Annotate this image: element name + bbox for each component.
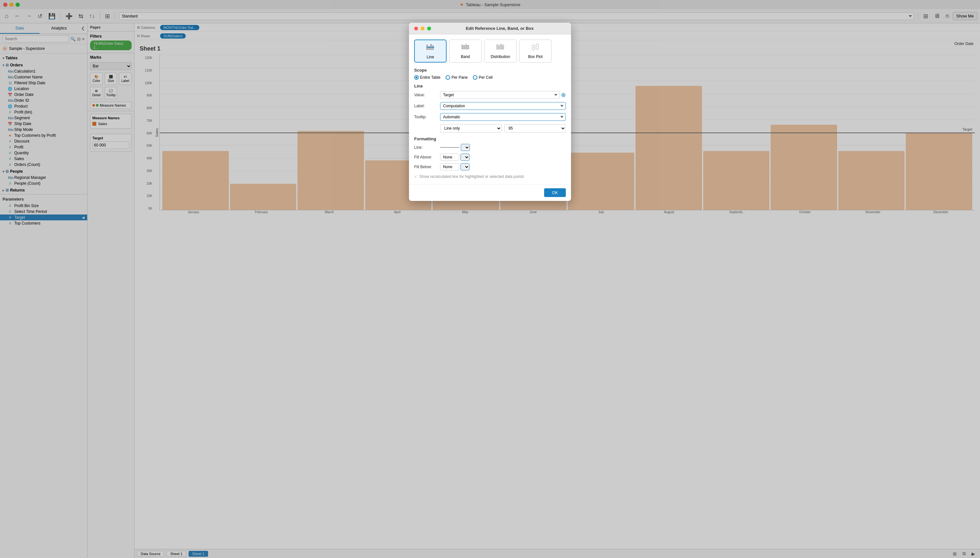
- fill-below-color-select[interactable]: ▼: [461, 163, 469, 171]
- fill-above-control: None ▼: [440, 154, 469, 161]
- label-select[interactable]: Computation: [440, 102, 566, 110]
- radio-dot-per-pane: [446, 75, 450, 80]
- fill-below-label: Fill Below:: [414, 165, 440, 169]
- distribution-tab-label: Distribution: [491, 54, 510, 59]
- line-tab-icon: [426, 43, 435, 54]
- fill-above-color-select[interactable]: ▼: [461, 154, 469, 161]
- checkmark-icon: ✓: [414, 174, 417, 179]
- modal-maximize-button[interactable]: [427, 26, 431, 30]
- modal-body: Line Band: [409, 34, 571, 184]
- modal-title: Edit Reference Line, Band, or Box: [433, 26, 566, 31]
- line-section-title: Line: [414, 84, 566, 89]
- value-row: Value: Target ⊕: [414, 91, 566, 99]
- fill-above-label: Fill Above:: [414, 155, 440, 159]
- per-pane-label: Per Pane: [451, 75, 468, 80]
- modal-overlay: Edit Reference Line, Band, or Box: [0, 0, 980, 558]
- radio-dot-per-cell: [473, 75, 478, 80]
- tab-distribution[interactable]: Distribution: [484, 39, 517, 62]
- value-select[interactable]: Target: [440, 91, 560, 99]
- fill-below-control: None ▼: [440, 163, 469, 171]
- box-plot-icon: [531, 43, 540, 51]
- line-style-select[interactable]: —: [461, 144, 470, 151]
- band-tab-icon: [461, 43, 470, 53]
- entire-table-radio[interactable]: Entire Table: [414, 75, 440, 80]
- line-preview: [440, 147, 460, 148]
- value-control: Target ⊕: [440, 91, 566, 99]
- formatting-title: Formatting: [414, 136, 566, 141]
- radio-dot-entire-table: [414, 75, 419, 80]
- value-label: Value:: [414, 93, 440, 97]
- svg-rect-1: [428, 46, 430, 50]
- band-tab-label: Band: [461, 54, 470, 59]
- tooltip-label-text: Tooltip:: [414, 115, 440, 119]
- line-only-select[interactable]: Line only: [440, 124, 502, 133]
- tooltip-row: Tooltip: Automatic: [414, 113, 566, 121]
- fill-above-row: Fill Above: None ▼: [414, 154, 566, 161]
- line-tab-label: Line: [427, 55, 434, 59]
- modal-titlebar: Edit Reference Line, Band, or Box: [409, 23, 571, 34]
- box-plot-tab-icon: [531, 43, 540, 53]
- formatting-section: Formatting Line: — Fill Above: None: [414, 136, 566, 171]
- tooltip-select[interactable]: Automatic: [440, 113, 566, 121]
- dual-dropdowns-row: Line only 95: [440, 124, 566, 133]
- distribution-chart-icon: [496, 43, 505, 51]
- fill-above-select[interactable]: None: [440, 154, 459, 161]
- per-cell-radio[interactable]: Per Cell: [473, 75, 492, 80]
- reference-type-tabs: Line Band: [414, 39, 566, 62]
- fill-below-row: Fill Below: None ▼: [414, 163, 566, 171]
- line-format-control: —: [440, 144, 470, 151]
- fill-below-select[interactable]: None: [440, 163, 459, 171]
- percentile-select[interactable]: 95: [504, 124, 566, 133]
- per-cell-label: Per Cell: [479, 75, 492, 80]
- label-label: Label:: [414, 104, 440, 108]
- tab-line[interactable]: Line: [414, 39, 446, 62]
- distribution-tab-icon: [496, 43, 505, 53]
- line-chart-icon: [426, 43, 435, 52]
- per-pane-radio[interactable]: Per Pane: [446, 75, 468, 80]
- line-format-label: Line:: [414, 145, 440, 150]
- recalculate-checkbox-row: ✓ Show recalculated line for highlighted…: [414, 174, 566, 179]
- recalculate-label: Show recalculated line for highlighted o…: [419, 174, 524, 179]
- label-row: Label: Computation: [414, 102, 566, 110]
- modal-close-button[interactable]: [414, 26, 418, 30]
- line-format-row: Line: —: [414, 144, 566, 151]
- label-control: Computation: [440, 102, 566, 110]
- ok-button[interactable]: OK: [544, 188, 566, 197]
- svg-rect-14: [501, 44, 502, 49]
- entire-table-label: Entire Table: [420, 75, 440, 80]
- svg-rect-9: [461, 46, 469, 48]
- scope-title: Scope: [414, 68, 566, 72]
- tab-band[interactable]: Band: [449, 39, 482, 62]
- tab-box-plot[interactable]: Box Plot: [519, 39, 552, 62]
- modal-minimize-button[interactable]: [421, 26, 425, 30]
- edit-reference-line-modal: Edit Reference Line, Band, or Box: [409, 23, 571, 201]
- scope-radio-group: Entire Table Per Pane Per Cell: [414, 75, 566, 80]
- tooltip-control: Automatic: [440, 113, 566, 121]
- band-chart-icon: [461, 43, 470, 51]
- modal-footer: OK: [409, 184, 571, 201]
- scope-section: Scope Entire Table Per Pane Per Cell: [414, 68, 566, 80]
- box-plot-tab-label: Box Plot: [528, 54, 543, 59]
- value-dropdown-icon[interactable]: ⊕: [561, 91, 566, 98]
